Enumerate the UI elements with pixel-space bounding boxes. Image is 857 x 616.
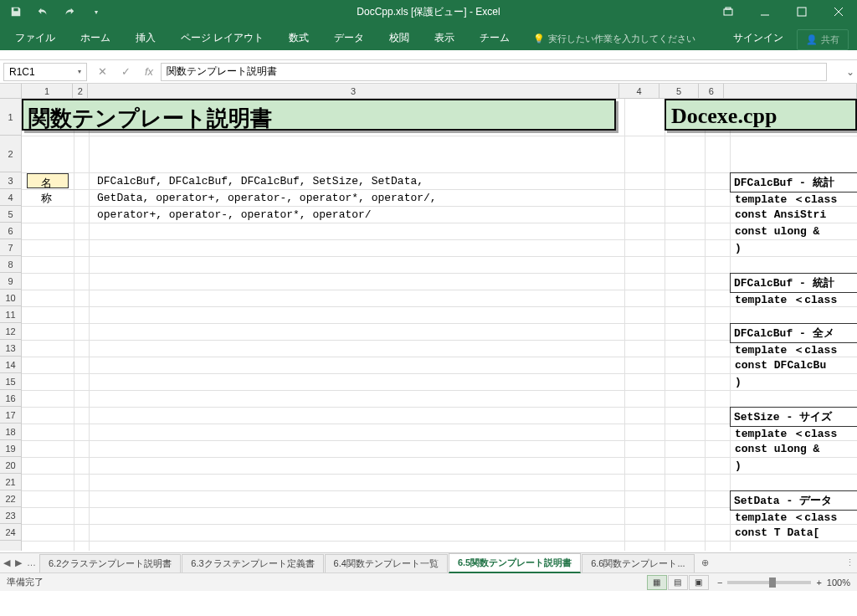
qat-dropdown-icon[interactable]: ▾ (87, 3, 105, 21)
fx-icon[interactable]: fx (137, 63, 161, 81)
code-line[interactable]: template ＜class (731, 424, 857, 443)
col-header[interactable] (724, 84, 857, 98)
code-line[interactable]: ) (731, 240, 857, 256)
sheet-tab[interactable]: 6.4関数テンプレート一覧 (325, 554, 448, 572)
code-line[interactable]: GetData, operator+, operator-, operator*… (94, 190, 621, 206)
formula-bar-expand-icon[interactable]: ⌄ (844, 66, 857, 78)
sheet-nav-next-icon[interactable]: ▶ (15, 557, 22, 568)
row-header[interactable]: 5 (0, 206, 21, 223)
ribbon-tabs: ファイル ホーム 挿入 ページ レイアウト 数式 データ 校閲 表示 チーム 💡… (0, 23, 857, 50)
share-button[interactable]: 👤 共有 (797, 29, 849, 50)
row-header[interactable]: 24 (0, 524, 21, 541)
row-header[interactable]: 2 (0, 136, 21, 172)
sheet-tab[interactable]: 6.2クラステンプレート説明書 (39, 554, 181, 572)
tab-team[interactable]: チーム (468, 26, 521, 50)
sheet-nav[interactable]: ◀ ▶ … (0, 557, 39, 568)
row-header[interactable]: 13 (0, 340, 21, 357)
code-line[interactable]: const T Data[ (731, 525, 857, 541)
tab-formulas[interactable]: 数式 (277, 26, 321, 50)
row-header[interactable]: 8 (0, 256, 21, 273)
row-header[interactable]: 17 (0, 407, 21, 424)
col-header[interactable]: 2 (73, 84, 88, 98)
name-box[interactable]: R1C1 ▾ (3, 63, 87, 81)
col-header[interactable]: 3 (88, 84, 619, 98)
label-name-cell[interactable]: 名 称 (27, 173, 69, 188)
tab-file[interactable]: ファイル (3, 26, 67, 50)
row-header[interactable]: 1 (0, 99, 21, 136)
code-line[interactable]: template ＜class (731, 190, 857, 208)
sheet-tab[interactable]: 6.3クラステンプレート定義書 (182, 554, 323, 572)
zoom-out-button[interactable]: − (717, 578, 722, 588)
page-break-view-button[interactable]: ▣ (689, 575, 709, 590)
code-line[interactable]: DFCalcBuf, DFCalcBuf, DFCalcBuf, SetSize… (94, 173, 621, 189)
tab-data[interactable]: データ (322, 26, 376, 50)
zoom-thumb[interactable] (769, 578, 776, 588)
row-header[interactable]: 10 (0, 290, 21, 306)
col-header[interactable]: 5 (659, 84, 700, 98)
close-button[interactable] (820, 0, 857, 23)
minimize-button[interactable] (747, 0, 783, 23)
row-header[interactable]: 22 (0, 490, 21, 507)
code-line[interactable]: const ulong & (731, 223, 857, 239)
accept-formula-icon[interactable]: ✓ (114, 63, 137, 81)
maximize-button[interactable] (783, 0, 820, 23)
ribbon-display-icon[interactable] (710, 0, 747, 23)
page-layout-view-button[interactable]: ▤ (668, 575, 688, 590)
col-header[interactable]: 4 (619, 84, 659, 98)
tab-view[interactable]: 表示 (423, 26, 466, 50)
document-title-cell[interactable]: 関数テンプレート説明書 (22, 99, 616, 131)
row-header[interactable]: 12 (0, 323, 21, 340)
row-header[interactable]: 18 (0, 424, 21, 440)
sheet-tab[interactable]: 6.6関数テンプレート... (582, 554, 694, 572)
row-header[interactable]: 14 (0, 357, 21, 373)
tab-home[interactable]: ホーム (69, 26, 122, 50)
sheet-tab-active[interactable]: 6.5関数テンプレート説明書 (449, 553, 581, 573)
row-header[interactable]: 3 (0, 172, 21, 189)
undo-icon[interactable] (33, 3, 52, 21)
cell-area[interactable]: 関数テンプレート説明書 Docexe.cpp 名 称 DFCalcBuf, DF… (22, 99, 857, 551)
view-buttons: ▦ ▤ ▣ (647, 575, 709, 590)
row-header[interactable]: 6 (0, 223, 21, 239)
row-header[interactable]: 20 (0, 457, 21, 474)
row-header[interactable]: 9 (0, 273, 21, 290)
code-line[interactable]: template ＜class (731, 341, 857, 359)
save-icon[interactable] (7, 3, 25, 21)
tab-insert[interactable]: 挿入 (124, 26, 167, 50)
code-line[interactable]: ) (731, 458, 857, 474)
add-sheet-button[interactable]: ⊕ (695, 557, 716, 568)
tab-page-layout[interactable]: ページ レイアウト (169, 26, 275, 50)
row-header[interactable]: 11 (0, 306, 21, 323)
code-line[interactable]: template ＜class (731, 290, 857, 309)
code-line[interactable]: const AnsiStri (731, 207, 857, 223)
spreadsheet-grid[interactable]: 1 2 3 4 5 6 1 2 3 4 5 6 7 8 9 10 11 12 1… (0, 84, 857, 552)
formula-input[interactable]: 関数テンプレート説明書 (161, 63, 827, 81)
code-line[interactable]: const ulong & (731, 441, 857, 457)
cancel-formula-icon[interactable]: ✕ (90, 63, 114, 81)
row-header[interactable]: 16 (0, 390, 21, 407)
select-all-corner[interactable] (0, 84, 22, 98)
tab-scroll-icon[interactable]: ⋮ (845, 557, 857, 568)
tab-review[interactable]: 校閲 (377, 26, 421, 50)
redo-icon[interactable] (60, 3, 79, 21)
row-header[interactable]: 15 (0, 373, 21, 390)
document-subtitle-cell[interactable]: Docexe.cpp (665, 99, 857, 131)
row-header[interactable]: 19 (0, 440, 21, 457)
normal-view-button[interactable]: ▦ (647, 575, 667, 590)
code-line[interactable]: ) (731, 374, 857, 390)
code-line[interactable]: const DFCalcBu (731, 357, 857, 373)
code-line[interactable]: template ＜class (731, 508, 857, 526)
row-header[interactable]: 23 (0, 507, 21, 524)
zoom-slider[interactable] (727, 581, 811, 584)
zoom-in-button[interactable]: + (816, 578, 821, 588)
tell-me-search[interactable]: 💡 実行したい作業を入力してください (523, 28, 720, 50)
sheet-nav-prev-icon[interactable]: ◀ (3, 557, 10, 568)
sheet-nav-more-icon[interactable]: … (27, 557, 36, 568)
row-header[interactable]: 4 (0, 189, 21, 206)
row-header[interactable]: 21 (0, 474, 21, 490)
row-header[interactable]: 7 (0, 239, 21, 256)
col-header[interactable]: 6 (699, 84, 724, 98)
code-line[interactable]: operator+, operator-, operator*, operato… (94, 207, 621, 223)
signin-button[interactable]: サインイン (721, 26, 795, 50)
zoom-level[interactable]: 100% (827, 578, 850, 588)
col-header[interactable]: 1 (22, 84, 74, 98)
